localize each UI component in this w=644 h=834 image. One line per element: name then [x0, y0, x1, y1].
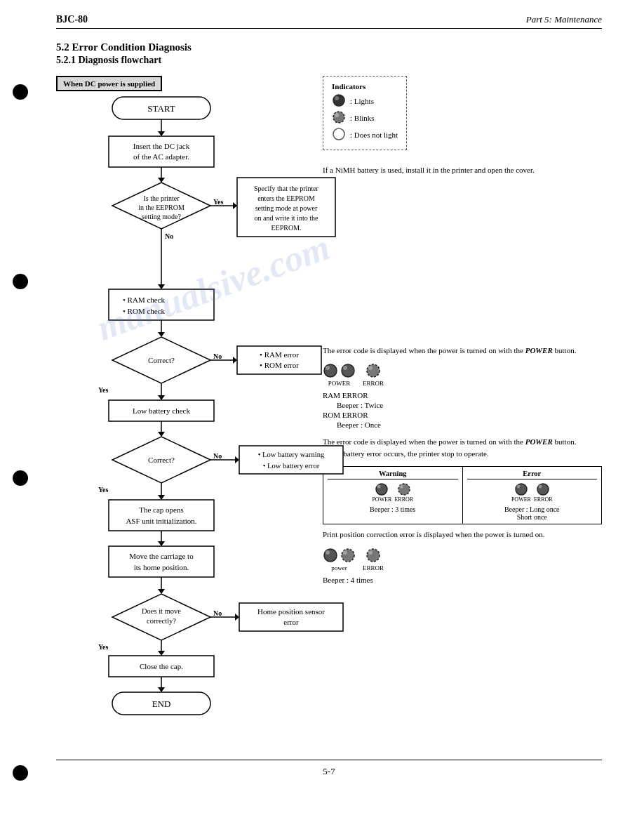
svg-text:on and write it into the: on and write it into the	[255, 214, 318, 222]
nimh-note: If a NiMH battery is used, install it in…	[323, 164, 602, 176]
svg-rect-50	[239, 446, 343, 474]
svg-text:Does it move: Does it move	[142, 607, 181, 615]
indicators-box: Indicators : Lights : Blinks	[323, 76, 407, 150]
svg-point-98	[399, 485, 403, 489]
print-power-led-row	[323, 548, 356, 563]
svg-marker-55	[158, 495, 165, 500]
warning-error-led: ERROR	[394, 482, 413, 503]
led-notlight-icon	[332, 127, 346, 143]
svg-point-90	[326, 366, 330, 370]
svg-rect-56	[109, 500, 214, 531]
svg-marker-77	[158, 651, 165, 656]
power-led-row	[323, 363, 356, 378]
header-section: Part 5: Maintenance	[526, 14, 602, 25]
print-error-label: ERROR	[363, 564, 384, 571]
flowchart-svg: START Insert the DC jack of the AC adapt…	[56, 97, 295, 743]
power-italic-2: POWER	[525, 437, 553, 446]
svg-text:Is the printer: Is the printer	[143, 194, 180, 202]
error-power-led: POWER	[511, 482, 531, 503]
svg-rect-61	[109, 546, 214, 577]
svg-text:Yes: Yes	[98, 486, 109, 494]
svg-point-96	[377, 485, 381, 489]
svg-marker-34	[233, 357, 237, 364]
ind-notlight-row: : Does not light	[332, 127, 398, 143]
header-title: BJC-80	[56, 14, 88, 25]
svg-text:• ROM error: • ROM error	[260, 361, 299, 369]
svg-text:Yes: Yes	[213, 198, 224, 206]
indicators-title: Indicators	[332, 82, 398, 91]
svg-marker-40	[158, 395, 165, 400]
section-subtitle: 5.2.1 Diagnosis flowchart	[56, 55, 602, 66]
svg-text:No: No	[213, 352, 222, 360]
svg-text:START: START	[147, 103, 175, 114]
print-pos-led-display: power ERROR	[323, 548, 602, 571]
error-error-led: ERROR	[534, 482, 553, 503]
beeper-once: Beeper : Once	[323, 421, 602, 429]
svg-marker-71	[235, 614, 239, 621]
print-pos-note: Print position correction error is displ…	[323, 529, 602, 541]
page: manualsive.com BJC-80 Part 5: Maintenanc…	[0, 0, 644, 834]
error-blink-icon	[365, 363, 381, 378]
led-blinks-icon	[332, 110, 346, 126]
print-power-led-item: power	[323, 548, 356, 571]
error-beeper-long: Beeper : Long once	[467, 505, 598, 513]
beeper-4times: Beeper : 4 times	[323, 576, 602, 584]
svg-point-88	[333, 128, 344, 140]
svg-marker-65	[158, 589, 165, 594]
svg-text:ASF unit initialization.: ASF unit initialization.	[126, 517, 196, 525]
power-led-item: POWER	[323, 363, 356, 387]
error-led-display: POWER ERROR	[467, 482, 598, 503]
print-power-label: power	[331, 564, 347, 571]
svg-point-106	[343, 550, 347, 555]
ind-lights-row: : Lights	[332, 93, 398, 109]
svg-marker-49	[235, 456, 239, 463]
svg-marker-8	[158, 178, 165, 183]
ram-rom-led-display: POWER ERROR	[323, 363, 602, 387]
rom-error-title: ROM ERROR	[323, 411, 602, 419]
section-title: 5.2 Error Condition Diagnosis	[56, 41, 602, 53]
svg-marker-18	[158, 284, 165, 289]
svg-marker-60	[158, 541, 165, 546]
error-col: Error POWER ERROR Beeper : Long once	[463, 467, 602, 524]
page-number: 5-7	[323, 766, 335, 776]
svg-marker-3	[158, 131, 165, 136]
svg-point-105	[342, 549, 354, 562]
ind-notlight-label: : Does not light	[350, 131, 398, 139]
ind-lights-label: : Lights	[350, 97, 374, 105]
svg-point-104	[326, 550, 330, 555]
bullet-dot-3	[13, 470, 28, 486]
svg-marker-81	[158, 687, 165, 692]
svg-marker-15	[233, 202, 237, 209]
svg-text:setting mode?: setting mode?	[142, 213, 181, 220]
footer: 5-7	[56, 760, 602, 777]
svg-point-89	[324, 364, 337, 377]
svg-text:Yes: Yes	[98, 386, 109, 394]
svg-text:• Low battery warning: • Low battery warning	[258, 451, 325, 458]
dc-power-label: When DC power is supplied	[56, 76, 162, 91]
svg-text:• ROM check: • ROM check	[123, 307, 166, 315]
svg-text:Move the carriage to: Move the carriage to	[129, 552, 194, 560]
svg-text:setting mode at power: setting mode at power	[255, 204, 318, 212]
warning-error-table: Warning POWER ERROR Beeper : 3 times	[323, 466, 602, 524]
ind-blinks-row: : Blinks	[332, 110, 398, 126]
bullet-dot-2	[13, 274, 28, 289]
print-error-led-item: ERROR	[363, 548, 384, 571]
warning-power-led: POWER	[372, 482, 391, 503]
description-column: Indicators : Lights : Blinks	[316, 76, 602, 746]
error-led-row-2	[365, 363, 381, 378]
svg-text:• RAM check: • RAM check	[123, 296, 166, 304]
svg-rect-4	[109, 136, 214, 167]
power-label: POWER	[328, 380, 351, 387]
svg-point-91	[342, 364, 354, 377]
svg-text:The cap opens: The cap opens	[139, 505, 184, 514]
svg-text:Correct?: Correct?	[148, 456, 175, 464]
svg-text:Specify that the printer: Specify that the printer	[254, 185, 319, 192]
svg-point-92	[343, 366, 347, 370]
svg-marker-44	[158, 432, 165, 437]
svg-text:Home position sensor: Home position sensor	[257, 607, 325, 616]
svg-text:in the EEPROM: in the EEPROM	[138, 204, 185, 211]
svg-text:No: No	[165, 232, 173, 240]
svg-text:No: No	[213, 609, 222, 617]
bullet-dot-1	[13, 84, 28, 100]
svg-point-85	[335, 96, 339, 100]
